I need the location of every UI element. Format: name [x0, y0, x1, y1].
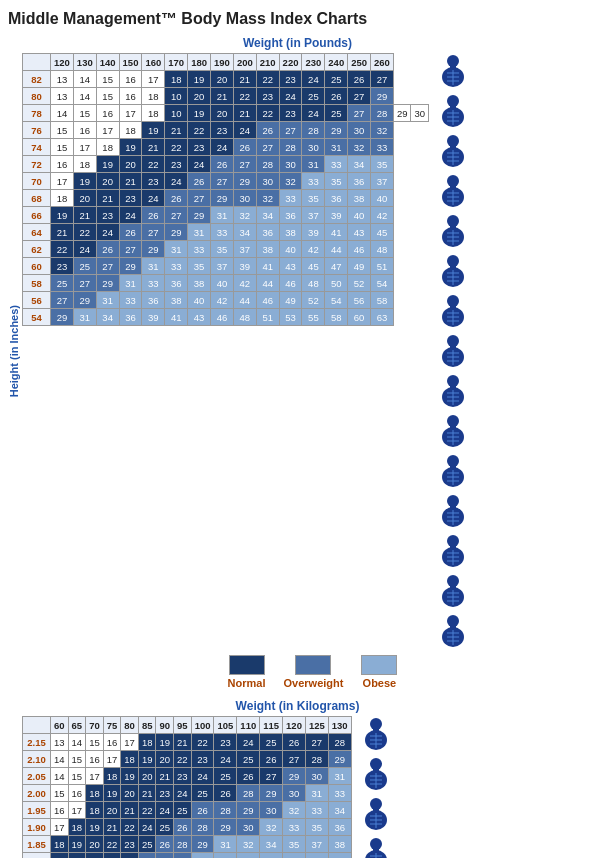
- svg-rect-43: [450, 266, 456, 270]
- abs-icon: [435, 293, 471, 329]
- svg-point-126: [370, 798, 382, 810]
- abs-icon: [435, 173, 471, 209]
- svg-rect-57: [450, 346, 456, 350]
- svg-point-49: [447, 295, 459, 307]
- svg-rect-64: [450, 386, 456, 390]
- abs-icon: [435, 533, 471, 569]
- svg-rect-113: [373, 729, 379, 733]
- abs-icon: [435, 613, 471, 649]
- pounds-section-title: Weight (in Pounds): [8, 36, 587, 50]
- svg-rect-92: [450, 546, 456, 550]
- abs-icon: [435, 53, 471, 89]
- legend-box-normal: [229, 655, 265, 675]
- legend-obese: Obese: [361, 655, 397, 689]
- abs-icon: [435, 453, 471, 489]
- abs-icon: [358, 796, 394, 832]
- pounds-y-label: Height (in Inches): [8, 305, 20, 397]
- svg-point-84: [447, 495, 459, 507]
- svg-rect-99: [450, 586, 456, 590]
- svg-point-63: [447, 375, 459, 387]
- abs-icon: [435, 253, 471, 289]
- legend: Normal Overweight Obese: [38, 655, 587, 689]
- svg-rect-85: [450, 506, 456, 510]
- abs-icons-col-1: [435, 53, 471, 649]
- abs-icon: [435, 93, 471, 129]
- legend-overweight: Overweight: [284, 655, 344, 689]
- svg-point-98: [447, 575, 459, 587]
- legend-label-obese: Obese: [363, 677, 397, 689]
- svg-point-105: [447, 615, 459, 627]
- legend-normal: Normal: [228, 655, 266, 689]
- svg-rect-29: [450, 186, 456, 190]
- svg-rect-71: [450, 426, 456, 430]
- svg-rect-36: [450, 226, 456, 230]
- legend-label-normal: Normal: [228, 677, 266, 689]
- svg-rect-15: [450, 106, 456, 110]
- abs-icon: [435, 413, 471, 449]
- svg-rect-8: [450, 66, 456, 70]
- svg-point-70: [447, 415, 459, 427]
- abs-icon: [435, 213, 471, 249]
- svg-point-42: [447, 255, 459, 267]
- abs-icons-col-2: [358, 716, 394, 858]
- legend-label-overweight: Overweight: [284, 677, 344, 689]
- legend-box-overweight: [295, 655, 331, 675]
- svg-rect-134: [373, 849, 379, 853]
- svg-rect-50: [450, 306, 456, 310]
- kg-table: 6065707580859095100105110115120125130 2.…: [22, 716, 352, 858]
- legend-box-obese: [361, 655, 397, 675]
- abs-icon: [435, 373, 471, 409]
- abs-icon: [435, 573, 471, 609]
- abs-icon: [435, 133, 471, 169]
- svg-point-91: [447, 535, 459, 547]
- svg-point-119: [370, 758, 382, 770]
- svg-point-112: [370, 718, 382, 730]
- svg-point-35: [447, 215, 459, 227]
- kg-section-title: Weight (in Kilograms): [8, 699, 587, 713]
- svg-rect-106: [450, 626, 456, 630]
- svg-rect-22: [450, 146, 456, 150]
- page-title: Middle Management™ Body Mass Index Chart…: [8, 10, 587, 28]
- svg-point-28: [447, 175, 459, 187]
- svg-point-77: [447, 455, 459, 467]
- svg-point-133: [370, 838, 382, 850]
- svg-point-14: [447, 95, 459, 107]
- svg-rect-78: [450, 466, 456, 470]
- pounds-chart-wrapper: Height (in Inches) 120130140150160170180…: [8, 53, 587, 649]
- svg-rect-120: [373, 769, 379, 773]
- abs-icon: [435, 333, 471, 369]
- abs-icon: [358, 716, 394, 752]
- abs-icon: [358, 756, 394, 792]
- pounds-table: 1201301401501601701801902002102202302402…: [22, 53, 429, 326]
- abs-icon: [358, 836, 394, 858]
- svg-point-7: [447, 55, 459, 67]
- svg-rect-127: [373, 809, 379, 813]
- abs-icon: [435, 493, 471, 529]
- svg-point-56: [447, 335, 459, 347]
- svg-point-21: [447, 135, 459, 147]
- kg-chart-wrapper: Height (in Meters) 606570758085909510010…: [8, 716, 587, 858]
